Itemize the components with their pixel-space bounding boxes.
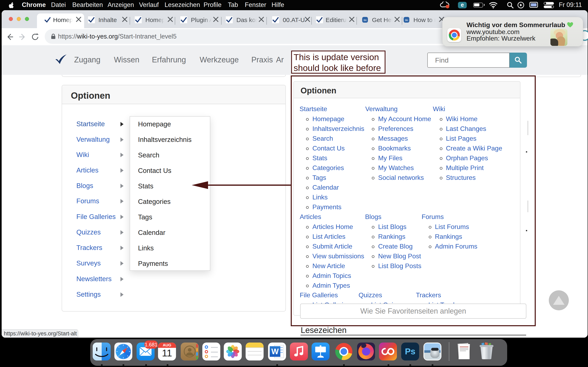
- svg-text:tiki: tiki: [405, 19, 408, 22]
- svg-text:tiki: tiki: [364, 19, 367, 22]
